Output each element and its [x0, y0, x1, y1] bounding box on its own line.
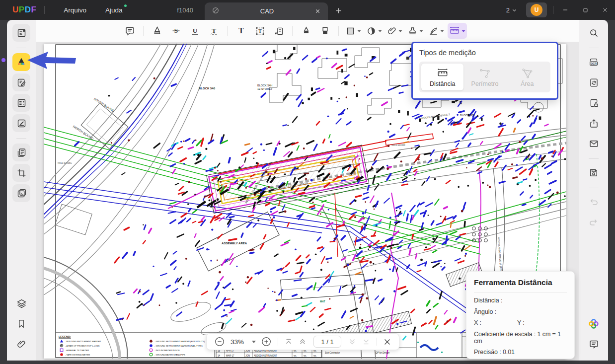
svg-text:U: U [192, 26, 197, 34]
svg-text:ASSEMBLY AREA: ASSEMBLY AREA [222, 242, 247, 245]
new-tab-button[interactable] [332, 4, 345, 17]
stamp-icon[interactable] [406, 23, 425, 39]
highlight-icon[interactable] [149, 23, 165, 39]
reader-mode-icon[interactable] [12, 24, 30, 42]
callout-icon[interactable] [270, 23, 287, 39]
sidebar-separator [589, 48, 599, 48]
perimeter-icon [479, 67, 491, 79]
tab-cad-label: CAD [220, 7, 314, 15]
svg-text:BLOCK 589: BLOCK 589 [460, 114, 474, 117]
protect-icon[interactable] [585, 94, 603, 112]
ai-assistant-icon[interactable] [585, 315, 603, 333]
svg-text:OCR: OCR [591, 62, 597, 65]
toolbar-separator [338, 26, 339, 36]
svg-text:WL: WL [294, 355, 297, 357]
dropdown-caret [419, 30, 423, 32]
redo-icon[interactable] [585, 214, 603, 231]
tab-count-dropdown[interactable]: 2 [506, 6, 517, 14]
option-area-label: Área [521, 80, 534, 87]
crop-icon[interactable] [12, 164, 30, 182]
edit-pdf-icon[interactable] [12, 73, 30, 91]
pages-icon[interactable] [12, 144, 30, 161]
convert-icon[interactable] [585, 73, 603, 91]
left-sidebar [7, 20, 36, 361]
avatar: U [531, 4, 542, 16]
distance-tool-tooltip: Ferramenta Distância Distância : Ângulo … [466, 271, 575, 359]
sidebar-separator [589, 158, 599, 159]
squiggly-underline-icon[interactable]: T [205, 23, 222, 39]
tooltip-angle: Ângulo : [474, 308, 567, 315]
svg-text:N913-S3430F: N913-S3430F [391, 144, 405, 146]
distance-icon [437, 67, 449, 79]
menu-ajuda[interactable]: Ajuda [105, 6, 123, 14]
menu-arquivo[interactable]: Arquivo [64, 6, 86, 14]
close-toolbar-icon[interactable] [383, 338, 391, 346]
close-window-button[interactable] [595, 0, 615, 20]
tab-cad-close-icon[interactable] [314, 8, 321, 14]
svg-text:WOODLANDS DRIVE 17 (T205): WOODLANDS DRIVE 17 (T205) [497, 237, 503, 274]
feedback-icon[interactable] [585, 335, 603, 353]
measure-icon[interactable] [448, 23, 467, 39]
next-page-icon[interactable] [348, 337, 357, 346]
previous-page-icon[interactable] [298, 337, 307, 346]
measure-type-popup: Tipos de medição Distância Perímetro Áre… [411, 42, 558, 100]
last-page-icon[interactable] [362, 337, 371, 346]
mail-icon[interactable] [585, 135, 603, 152]
zoom-dropdown-caret[interactable] [250, 341, 256, 343]
zoom-out-icon[interactable] [214, 336, 225, 347]
account-button[interactable]: U [526, 2, 547, 17]
comment-icon[interactable] [121, 23, 138, 39]
maximize-button[interactable] [575, 0, 595, 20]
svg-text:BLOCK 540: BLOCK 540 [199, 87, 216, 90]
ocr-icon[interactable]: OCR [585, 53, 603, 71]
option-perimetro-label: Perímetro [471, 80, 499, 87]
svg-text:MAR-17: MAR-17 [226, 355, 234, 357]
option-area[interactable]: Área [506, 64, 548, 90]
text-icon[interactable]: T [232, 23, 249, 39]
attachment-icon[interactable] [12, 335, 30, 353]
option-perimetro[interactable]: Perímetro [463, 64, 506, 90]
pencil-icon[interactable] [298, 23, 314, 39]
svg-text:T: T [258, 28, 262, 34]
option-distancia[interactable]: Distância [421, 64, 463, 90]
organize-pages-icon[interactable] [12, 94, 30, 112]
svg-text:12-STOREY: 12-STOREY [257, 87, 273, 90]
strikethrough-icon[interactable]: S [167, 23, 184, 39]
svg-text:Sub Contractor: Sub Contractor [325, 352, 340, 354]
eraser-icon[interactable] [316, 23, 333, 39]
svg-text:14: 14 [218, 355, 221, 357]
text-box-icon[interactable]: T [251, 23, 268, 39]
popup-title: Tipos de medição [419, 49, 550, 57]
first-page-icon[interactable] [284, 337, 293, 346]
tooltip-xy: X :Y : [474, 319, 567, 326]
save-icon[interactable] [585, 164, 603, 182]
search-icon[interactable] [585, 24, 603, 42]
area-icon [521, 67, 533, 79]
shape-ellipse-icon[interactable] [365, 23, 384, 39]
fill-sign-icon[interactable] [12, 114, 30, 132]
menu-separator [44, 6, 45, 14]
shape-rect-icon[interactable] [344, 23, 363, 39]
annotation-toolbar: S U T T T [36, 20, 579, 42]
page-number-box[interactable]: 1 / 1 [313, 336, 341, 348]
dropdown-caret [398, 30, 402, 32]
updf-window: UPDF Arquivo Ajuda f1040 CAD 2 U [0, 0, 615, 364]
tab-cad[interactable]: CAD [205, 2, 328, 20]
toolbar-separator [227, 26, 228, 36]
minimize-button[interactable] [555, 0, 575, 20]
watermark-icon[interactable] [12, 184, 30, 202]
attach-file-icon[interactable] [385, 23, 404, 39]
svg-text:WL: WL [313, 355, 317, 357]
toolbar-separator [377, 338, 377, 346]
bookmark-icon[interactable] [12, 315, 30, 333]
layers-icon[interactable] [12, 294, 30, 312]
app-logo: UPDF [12, 5, 36, 15]
undo-icon[interactable] [585, 193, 603, 211]
zoom-in-icon[interactable] [261, 336, 272, 347]
underline-icon[interactable]: U [186, 23, 203, 39]
svg-text:- INCLINOMETER IN SOIL: - INCLINOMETER IN SOIL [154, 349, 180, 352]
tooltip-precision: Precisão : 0.01 [474, 349, 567, 356]
svg-text:- TAPE EXTENSOMETER: - TAPE EXTENSOMETER [65, 354, 90, 356]
share-icon[interactable] [585, 114, 603, 132]
signature-icon[interactable] [427, 23, 446, 39]
